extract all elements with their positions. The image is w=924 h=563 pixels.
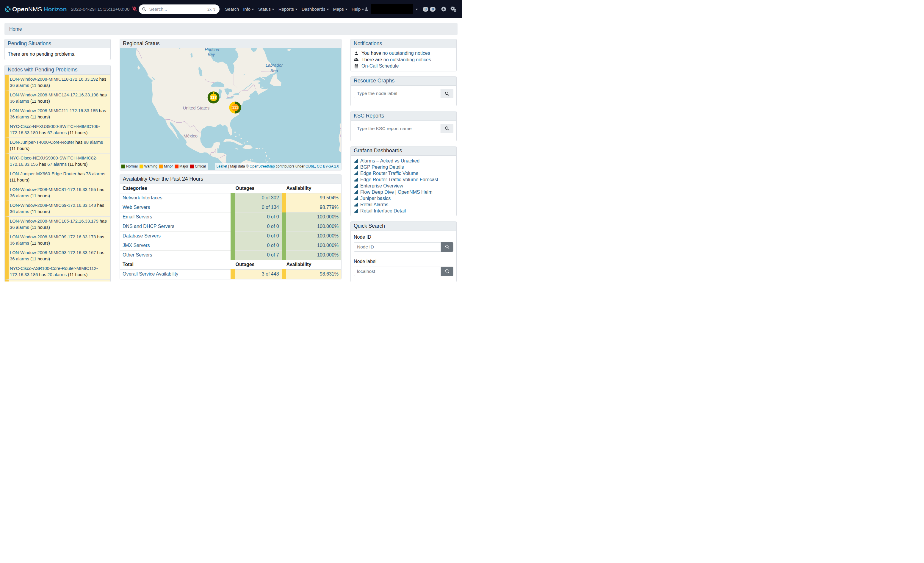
admin-gear-icon[interactable] xyxy=(450,6,458,12)
chevron-down-icon xyxy=(327,9,329,10)
availability-cell: 100.000% xyxy=(284,222,341,231)
nav-item-search[interactable]: Search xyxy=(225,7,239,12)
nav-item-status[interactable]: Status xyxy=(258,7,274,12)
alarm-count-link[interactable]: 78 alarms xyxy=(86,171,105,176)
alarm-count-link[interactable]: 88 alarms xyxy=(84,140,103,145)
alarm-count-link[interactable]: 67 alarms xyxy=(47,130,67,135)
regional-status-map[interactable]: Hudson Bay Labrador Sea United States Mé… xyxy=(120,48,341,170)
node-link[interactable]: LON-Juniper-MX960-Edge-Router xyxy=(10,171,76,176)
quick-add-icon[interactable] xyxy=(441,6,446,12)
ksc-reports-title-link[interactable]: KSC Reports xyxy=(354,113,384,119)
category-link[interactable]: Database Servers xyxy=(123,233,160,238)
node-link[interactable]: LON-Window-2008-MIMIC99-172.16.33.173 xyxy=(10,234,96,239)
grafana-dashboard-link[interactable]: Alarms – Acked vs Unacked xyxy=(360,158,420,164)
notices-off-icon[interactable] xyxy=(132,6,137,12)
category-link[interactable]: JMX Servers xyxy=(123,243,150,248)
node-link[interactable]: LON-Window-2008-MIMIC69-172.16.33.143 xyxy=(10,203,96,208)
node-link[interactable]: LON-Window-2008-MIMIC118-172.16.33.192 xyxy=(10,77,98,81)
legend-normal-label: Normal xyxy=(126,164,138,169)
user-notices-link[interactable]: no outstanding notices xyxy=(382,51,430,56)
brand[interactable]: OpenNMSHorizon xyxy=(5,6,67,13)
map-label-mexico: México xyxy=(183,133,198,138)
alarm-count-link[interactable]: 36 alarms xyxy=(10,257,29,261)
grafana-dashboard-link[interactable]: Edge Router Traffic Volume Forecast xyxy=(360,176,438,183)
category-link[interactable]: DNS and DHCP Servers xyxy=(123,224,174,229)
map-marker-111[interactable]: 111 xyxy=(230,103,240,113)
team-notices-link[interactable]: no outstanding notices xyxy=(384,57,431,62)
node-link[interactable]: LON-Window-2008-MIMIC93-172.16.33.167 xyxy=(10,250,96,255)
chevron-down-icon xyxy=(362,9,364,10)
pending-situations-title-link[interactable]: Pending Situations xyxy=(8,41,51,47)
grafana-dashboard-link[interactable]: Flow Deep Dive | OpenNMS Helm xyxy=(360,189,432,195)
cc-by-sa-link[interactable]: CC BY-SA 2.0 xyxy=(317,164,339,168)
resource-graphs-input-group xyxy=(354,89,453,98)
alarm-age: (11 hours) xyxy=(30,225,50,230)
nav-item-maps[interactable]: Maps xyxy=(333,7,348,12)
alarm-age: (11 hours) xyxy=(30,114,50,119)
osm-link[interactable]: OpenStreetMap xyxy=(250,164,275,168)
alarm-count-link[interactable]: 36 alarms xyxy=(10,114,29,119)
chevron-down-icon xyxy=(345,9,348,10)
alarm-count-link[interactable]: 36 alarms xyxy=(10,99,29,104)
grafana-dashboard-link[interactable]: Retail Alarms xyxy=(360,201,388,208)
grafana-dashboard-link[interactable]: Retail Interface Detail xyxy=(360,208,406,214)
global-search[interactable]: 2x ⇧ xyxy=(139,5,219,14)
team-notices-badge[interactable]: 0 xyxy=(430,7,435,12)
right-column: Notifications You have no outstanding no… xyxy=(351,39,457,281)
category-link[interactable]: Web Servers xyxy=(123,205,150,210)
nav-item-help[interactable]: Help xyxy=(352,7,364,12)
nav-item-dashboards[interactable]: Dashboards xyxy=(302,7,329,12)
overall-availability-link[interactable]: Overall Service Availability xyxy=(123,272,178,276)
alarm-count-link[interactable]: 67 alarms xyxy=(47,162,67,167)
category-link[interactable]: Network Interfaces xyxy=(123,195,162,200)
ksc-search-button[interactable] xyxy=(441,124,453,133)
map-marker-117[interactable]: 117 xyxy=(208,93,218,103)
category-link[interactable]: Other Servers xyxy=(123,252,152,257)
node-label-input[interactable] xyxy=(354,267,441,276)
alarm-age: (11 hours) xyxy=(10,178,30,182)
alarm-list-item: LON-Juniper-T4000-Core-Router has 88 ala… xyxy=(5,138,110,153)
odbl-link[interactable]: ODbL xyxy=(306,164,315,168)
grafana-dashboard-link[interactable]: Edge Router Traffic Volume xyxy=(360,170,418,176)
availability-row: JMX Servers 0 of 0 100.000% xyxy=(120,241,341,250)
grafana-dashboard-link[interactable]: Enterprise Overview xyxy=(360,183,403,189)
node-link[interactable]: LON-Juniper-T4000-Core-Router xyxy=(10,140,74,145)
leaflet-link[interactable]: Leaflet xyxy=(217,164,227,168)
alarm-count-link[interactable]: 36 alarms xyxy=(10,194,29,198)
node-link[interactable]: LON-Window-2008-MIMIC105-172.16.33.179 xyxy=(10,219,99,224)
grafana-dashboard-item: Juniper basics xyxy=(354,195,453,201)
notifications-title-link[interactable]: Notifications xyxy=(354,41,382,47)
resource-graphs-search-button[interactable] xyxy=(441,89,453,98)
alarm-count-link[interactable]: 36 alarms xyxy=(10,209,29,214)
node-label-search-button[interactable] xyxy=(441,267,453,276)
ksc-reports-body xyxy=(351,121,456,141)
resource-graphs-title-link[interactable]: Resource Graphs xyxy=(354,78,394,84)
availability-cell: 98.631% xyxy=(284,269,341,279)
global-search-input[interactable] xyxy=(149,6,205,12)
node-link[interactable]: LON-Window-2008-MIMIC81-172.16.33.155 xyxy=(10,187,96,192)
nav-item-info[interactable]: Info xyxy=(243,7,254,12)
alarm-count-link[interactable]: 20 alarms xyxy=(47,272,67,277)
grafana-dashboard-link[interactable]: BGP Peering Details xyxy=(360,164,404,170)
breadcrumb-home-link[interactable]: Home xyxy=(9,27,22,32)
grafana-dashboards-panel: Grafana Dashboards Alarms – Acked vs Una… xyxy=(351,146,457,216)
node-id-input[interactable] xyxy=(354,242,441,252)
category-link[interactable]: Email Servers xyxy=(123,214,152,219)
oncall-schedule-link[interactable]: On-Call Schedule xyxy=(362,63,399,68)
alarm-count-link[interactable]: 36 alarms xyxy=(10,225,29,230)
node-id-search-button[interactable] xyxy=(441,242,453,252)
resource-graphs-node-input[interactable] xyxy=(354,89,441,98)
page-container: Home Pending Situations There are no pen… xyxy=(0,23,462,281)
outages-cell: 0 of 0 xyxy=(232,231,284,241)
alarm-count-link[interactable]: 36 alarms xyxy=(10,83,29,88)
user-notices-badge[interactable]: 0 xyxy=(423,7,428,12)
bar-chart-icon xyxy=(354,165,358,169)
ksc-report-input[interactable] xyxy=(354,124,441,133)
nodes-problems-title-link[interactable]: Nodes with Pending Problems xyxy=(8,67,77,73)
node-link[interactable]: LON-Window-2008-MIMIC124-172.16.33.198 xyxy=(10,93,99,97)
user-menu[interactable] xyxy=(364,4,418,14)
grafana-dashboard-link[interactable]: Juniper basics xyxy=(360,195,391,201)
node-link[interactable]: LON-Window-2008-MIMIC111-172.16.33.185 xyxy=(10,108,98,113)
nav-item-reports[interactable]: Reports xyxy=(279,7,297,12)
alarm-count-link[interactable]: 36 alarms xyxy=(10,241,29,246)
